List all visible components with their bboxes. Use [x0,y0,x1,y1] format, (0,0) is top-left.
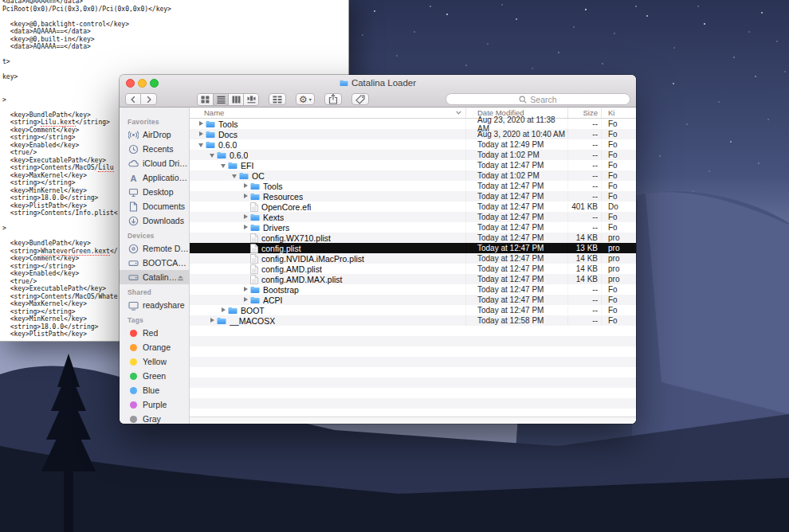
sidebar-item-gray[interactable]: Gray [120,412,189,424]
file-row-kexts[interactable]: KextsToday at 12:47 PM--Fo [190,212,636,222]
drive-icon [128,258,139,268]
file-row-docs[interactable]: DocsAug 3, 2020 at 10:40 AM--Fo [190,129,636,139]
column-header-kind[interactable]: Ki [602,108,636,118]
file-row-bootstrap[interactable]: BootstrapToday at 12:47 PM--Fo [190,284,636,295]
group-button[interactable] [269,93,286,105]
file-name: EFI [241,161,253,170]
clock-icon [128,144,139,155]
disclosure-triangle-icon[interactable] [242,295,250,305]
file-kind: pro [602,264,636,273]
share-button[interactable] [324,93,342,105]
disclosure-triangle-icon[interactable] [198,139,206,150]
file-size: -- [568,285,602,294]
file-row-0.6.0[interactable]: 0.6.0Today at 12:49 PM--Fo [190,139,636,150]
file-kind: pro [602,254,636,263]
file-kind: Do [602,202,636,211]
file-name: 0.6.0 [230,151,248,160]
cloud-icon [128,158,139,169]
file-row-config.nvidia.imacpro.plist[interactable]: config.NVIDIA.iMacPro.plistToday at 12:4… [190,253,636,264]
disclosure-triangle-icon[interactable] [242,191,250,201]
column-header-name[interactable]: Name [190,108,466,118]
search-field[interactable]: Search [446,93,630,105]
disclosure-triangle-icon[interactable] [220,160,228,170]
sidebar-item-red[interactable]: Red [120,326,189,340]
sidebar-item-purple[interactable]: Purple [120,397,189,412]
sidebar-item-label: Downloads [143,216,184,225]
sidebar-item-catalin-[interactable]: Catalin… [120,270,189,284]
file-row--macosx[interactable]: __MACOSXToday at 12:58 PM--Fo [190,315,636,326]
sidebar-item-blue[interactable]: Blue [120,383,189,397]
column-view-button[interactable] [228,94,243,105]
file-name: ACPI [263,295,283,305]
file-size: 14 KB [568,275,602,284]
icon-view-button[interactable] [198,94,213,105]
eject-icon[interactable] [176,273,189,282]
column-header-size[interactable]: Size [568,108,602,118]
sidebar-item-readyshare[interactable]: readyshare [120,298,189,312]
disclosure-triangle-icon[interactable] [231,170,239,181]
sidebar-section-shared: Shared [120,284,189,298]
sidebar-item-applicatio-[interactable]: AApplicatio… [120,170,189,185]
sidebar-item-recents[interactable]: Recents [120,142,189,156]
sidebar-item-green[interactable]: Green [120,369,189,383]
tag-button[interactable] [351,93,369,105]
window-title-text: Catalina Loader [351,78,416,88]
file-size: -- [568,140,602,149]
file-row-acpi[interactable]: ACPIToday at 12:47 PM--Fo [190,295,636,305]
title-bar[interactable]: Catalina Loader [120,75,636,91]
file-row-config.wx710.plist[interactable]: config.WX710.plistToday at 12:47 PM14 KB… [190,233,636,243]
file-row-drivers[interactable]: DriversToday at 12:47 PM--Fo [190,222,636,233]
file-row-config.plist[interactable]: config.plistToday at 12:47 PM13 KBpro [190,243,636,253]
file-row-config.amd.plist[interactable]: config.AMD.plistToday at 12:47 PM14 KBpr… [190,264,636,274]
file-kind: Fo [602,213,636,221]
file-row-efi[interactable]: EFIToday at 12:47 PM--Fo [190,160,636,170]
sidebar-item-airdrop[interactable]: AirDrop [120,127,189,142]
coverflow-view-button[interactable] [243,94,258,105]
disclosure-triangle-icon[interactable] [242,212,250,222]
file-size: -- [568,192,602,201]
folder-icon [206,131,215,139]
file-row-opencore.efi[interactable]: OpenCore.efiToday at 12:47 PM401 KBDo [190,201,636,212]
sidebar-item-downloads[interactable]: Downloads [120,213,189,228]
file-icon [250,275,258,284]
file-row-resources[interactable]: ResourcesToday at 12:47 PM--Fo [190,191,636,201]
file-name: OpenCore.efi [261,202,311,212]
disclosure-triangle-icon[interactable] [242,284,250,295]
disclosure-triangle-icon[interactable] [209,315,217,326]
file-row-boot[interactable]: BOOTToday at 12:47 PM--Fo [190,305,636,315]
file-row-oc[interactable]: OCToday at 1:02 PM--Fo [190,170,636,181]
file-name: BOOT [241,306,265,315]
file-row-0.6.0[interactable]: 0.6.0Today at 1:02 PM--Fo [190,150,636,160]
file-size: 14 KB [568,233,602,242]
window-chrome: Catalina Loader ⚙▾ Search [120,75,636,108]
back-button[interactable] [125,93,141,105]
file-row-tools[interactable]: ToolsAug 23, 2020 at 11:38 AM--Fo [190,119,636,129]
coverflow-view-icon [247,96,256,104]
disclosure-triangle-icon[interactable] [242,222,250,233]
sidebar-item-bootca-[interactable]: BOOTCA… [120,256,189,270]
gear-icon: ⚙ [299,95,308,104]
file-row-tools[interactable]: ToolsToday at 12:47 PM--Fo [190,181,636,191]
sidebar-item-icloud-dri-[interactable]: iCloud Dri… [120,156,189,170]
disclosure-triangle-icon[interactable] [198,129,206,139]
list-view-button[interactable] [213,94,228,105]
disclosure-triangle-icon[interactable] [242,181,250,191]
disclosure-triangle-icon[interactable] [220,305,228,315]
folder-icon [250,193,260,201]
disclosure-triangle-icon[interactable] [198,119,206,129]
sidebar-item-yellow[interactable]: Yellow [120,354,189,369]
file-size: -- [568,295,602,304]
sidebar-item-orange[interactable]: Orange [120,340,189,354]
folder-icon [217,317,226,325]
file-size: 14 KB [568,264,602,273]
editor-line [2,51,347,59]
forward-button[interactable] [141,93,157,105]
sidebar-item-desktop[interactable]: Desktop [120,185,189,199]
action-menu-button[interactable]: ⚙▾ [296,93,315,105]
horizontal-scrollbar[interactable] [190,417,636,424]
file-date: Today at 12:47 PM [466,285,568,294]
disclosure-triangle-icon[interactable] [209,150,217,160]
sidebar-item-remote-d-[interactable]: Remote D… [120,241,189,256]
sidebar-item-documents[interactable]: Documents [120,199,189,213]
file-row-config.amd.max.plist[interactable]: config.AMD.MAX.plistToday at 12:47 PM14 … [190,274,636,284]
